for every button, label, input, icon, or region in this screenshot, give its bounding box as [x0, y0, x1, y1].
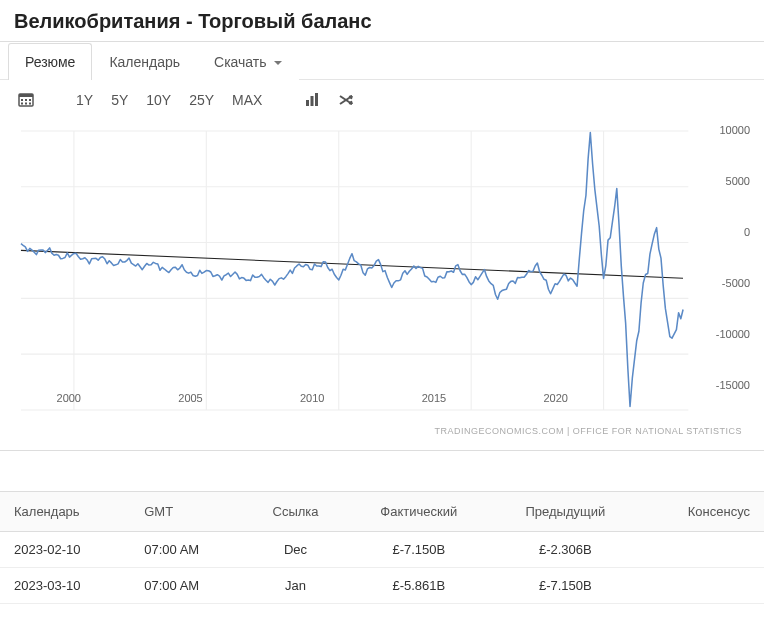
- svg-rect-10: [315, 93, 318, 106]
- range-25y[interactable]: 25Y: [189, 92, 214, 108]
- range-5y[interactable]: 5Y: [111, 92, 128, 108]
- svg-rect-6: [25, 103, 27, 105]
- chart-plot[interactable]: -15000-10000-50000500010000 200020052010…: [10, 120, 754, 420]
- th-consensus: Консенсус: [640, 492, 764, 532]
- cell-prev: £-2.306B: [491, 532, 640, 568]
- svg-rect-7: [29, 103, 31, 105]
- th-gmt: GMT: [130, 492, 244, 532]
- x-tick-label: 2020: [543, 392, 567, 404]
- x-tick-label: 2000: [57, 392, 81, 404]
- svg-rect-4: [29, 99, 31, 101]
- y-tick-label: 10000: [719, 124, 750, 136]
- chart-type-icon[interactable]: [304, 92, 320, 108]
- cell-consensus: [640, 532, 764, 568]
- svg-rect-3: [25, 99, 27, 101]
- y-tick-label: 0: [744, 226, 750, 238]
- tab-download[interactable]: Скачать: [197, 43, 299, 80]
- page-title: Великобритания - Торговый баланс: [0, 0, 764, 42]
- y-tick-label: -15000: [716, 379, 750, 391]
- range-max[interactable]: MAX: [232, 92, 262, 108]
- cell-actual: £-7.150B: [347, 532, 492, 568]
- range-1y[interactable]: 1Y: [76, 92, 93, 108]
- cell-consensus: [640, 568, 764, 604]
- x-tick-label: 2005: [178, 392, 202, 404]
- y-tick-label: 5000: [726, 175, 750, 187]
- chevron-down-icon: [274, 61, 282, 65]
- x-tick-label: 2010: [300, 392, 324, 404]
- cell-prev: £-7.150B: [491, 568, 640, 604]
- th-reference: Ссылка: [245, 492, 347, 532]
- svg-rect-1: [19, 94, 33, 97]
- svg-rect-5: [21, 103, 23, 105]
- tab-calendar[interactable]: Календарь: [92, 43, 197, 80]
- x-tick-label: 2015: [422, 392, 446, 404]
- svg-rect-8: [306, 100, 309, 106]
- y-tick-label: -10000: [716, 328, 750, 340]
- cell-date: 2023-02-10: [0, 532, 130, 568]
- cell-actual: £-5.861B: [347, 568, 492, 604]
- chart-container: -15000-10000-50000500010000 200020052010…: [0, 120, 764, 451]
- th-previous: Предыдущий: [491, 492, 640, 532]
- range-10y[interactable]: 10Y: [146, 92, 171, 108]
- cell-gmt: 07:00 AM: [130, 532, 244, 568]
- table-row[interactable]: 2023-02-1007:00 AMDec£-7.150B£-2.306B: [0, 532, 764, 568]
- table-row[interactable]: 2023-03-1007:00 AMJan£-5.861B£-7.150B: [0, 568, 764, 604]
- th-calendar: Календарь: [0, 492, 130, 532]
- calendar-icon[interactable]: [18, 92, 34, 108]
- cell-date: 2023-03-10: [0, 568, 130, 604]
- tab-resume[interactable]: Резюме: [8, 43, 92, 80]
- table-header-row: Календарь GMT Ссылка Фактический Предыду…: [0, 492, 764, 532]
- tab-download-label: Скачать: [214, 54, 267, 70]
- svg-rect-2: [21, 99, 23, 101]
- cell-ref: Dec: [245, 532, 347, 568]
- calendar-table: Календарь GMT Ссылка Фактический Предыду…: [0, 491, 764, 604]
- th-actual: Фактический: [347, 492, 492, 532]
- chart-toolbar: 1Y 5Y 10Y 25Y MAX: [0, 80, 764, 120]
- compare-icon[interactable]: [338, 92, 356, 108]
- cell-ref: Jan: [245, 568, 347, 604]
- y-tick-label: -5000: [722, 277, 750, 289]
- svg-rect-9: [311, 96, 314, 106]
- tab-bar: Резюме Календарь Скачать: [0, 42, 764, 80]
- cell-gmt: 07:00 AM: [130, 568, 244, 604]
